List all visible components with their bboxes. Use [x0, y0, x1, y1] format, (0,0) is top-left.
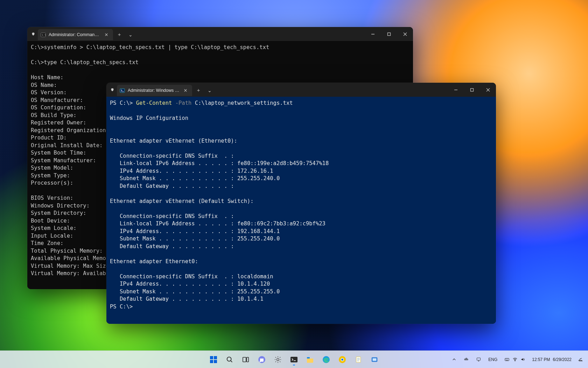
cmd-tab-icon: C:\ [41, 32, 46, 38]
svg-point-13 [277, 358, 279, 360]
ps-tab[interactable]: Administrator: Windows Powe [117, 85, 192, 96]
tray-onedrive-icon[interactable] [461, 355, 472, 363]
minimize-button[interactable] [365, 27, 381, 41]
taskbar: ENG 12:57 PM 6/29/2022 [0, 350, 588, 368]
volume-icon [520, 357, 526, 362]
minimize-button[interactable] [448, 83, 464, 97]
close-button[interactable] [397, 27, 413, 41]
tray-notifications-button[interactable] [575, 355, 586, 363]
cmd-tab-label: Administrator: Command Pro [49, 32, 100, 37]
svg-rect-8 [214, 360, 217, 363]
svg-rect-23 [477, 358, 481, 360]
svg-rect-2 [387, 33, 390, 35]
powershell-tab-icon [120, 88, 125, 93]
start-button[interactable] [206, 353, 220, 367]
tray-language-button[interactable]: ENG [485, 356, 500, 363]
tray-overflow-button[interactable] [449, 355, 460, 363]
keyboard-icon [504, 357, 510, 362]
svg-rect-10 [243, 357, 246, 362]
cmd-tab[interactable]: C:\ Administrator: Command Pro [38, 29, 113, 40]
cmd-titlebar[interactable]: C:\ Administrator: Command Pro ＋ ⌄ [27, 27, 413, 41]
cmd-tab-close-button[interactable] [103, 32, 110, 38]
ps-tab-close-button[interactable] [182, 87, 189, 94]
svg-point-19 [341, 359, 343, 361]
shield-icon [27, 32, 37, 36]
close-button[interactable] [480, 83, 496, 97]
maximize-button[interactable] [464, 83, 480, 97]
system-tray: ENG 12:57 PM 6/29/2022 [449, 355, 588, 363]
powershell-window: Administrator: Windows Powe ＋ ⌄ PS C:\> … [106, 83, 496, 324]
tab-dropdown-button[interactable]: ⌄ [125, 29, 136, 40]
ps-output[interactable]: PS C:\> Get-Content -Path C:\laptop_netw… [106, 97, 496, 324]
svg-rect-7 [210, 360, 213, 363]
svg-rect-6 [214, 356, 217, 359]
taskbar-app-terminal[interactable] [287, 353, 301, 367]
tray-network-volume[interactable] [502, 355, 528, 363]
ps-titlebar[interactable]: Administrator: Windows Powe ＋ ⌄ [106, 83, 496, 97]
svg-rect-22 [373, 358, 377, 361]
svg-rect-11 [247, 357, 249, 362]
taskbar-app-settings[interactable] [271, 353, 285, 367]
taskbar-app-chat[interactable] [255, 353, 269, 367]
svg-point-25 [515, 360, 516, 361]
task-view-button[interactable] [239, 353, 253, 367]
svg-rect-4 [470, 88, 473, 91]
tray-vm-icon[interactable] [473, 355, 484, 363]
search-button[interactable] [223, 353, 237, 367]
svg-rect-3 [120, 88, 125, 92]
new-tab-button[interactable]: ＋ [193, 85, 204, 96]
wifi-icon [512, 357, 518, 362]
new-tab-button[interactable]: ＋ [114, 29, 125, 40]
shield-icon [106, 87, 116, 92]
taskbar-app-chrome-canary[interactable] [335, 353, 349, 367]
taskbar-app-explorer[interactable] [303, 353, 317, 367]
ps-tab-label: Administrator: Windows Powe [128, 88, 180, 93]
svg-rect-5 [210, 356, 213, 359]
taskbar-app-screenshot[interactable] [368, 353, 382, 367]
taskbar-app-notepad[interactable] [351, 353, 365, 367]
tray-language-label: ENG [488, 357, 497, 362]
tray-time: 12:57 PM [532, 357, 550, 362]
taskbar-app-edge[interactable] [319, 353, 333, 367]
svg-text:C:\: C:\ [42, 34, 46, 36]
maximize-button[interactable] [381, 27, 397, 41]
svg-rect-14 [290, 357, 298, 362]
tray-date: 6/29/2022 [553, 357, 572, 362]
svg-point-9 [227, 357, 231, 361]
tab-dropdown-button[interactable]: ⌄ [204, 85, 215, 96]
svg-rect-15 [307, 357, 310, 359]
tray-clock[interactable]: 12:57 PM 6/29/2022 [530, 356, 574, 363]
